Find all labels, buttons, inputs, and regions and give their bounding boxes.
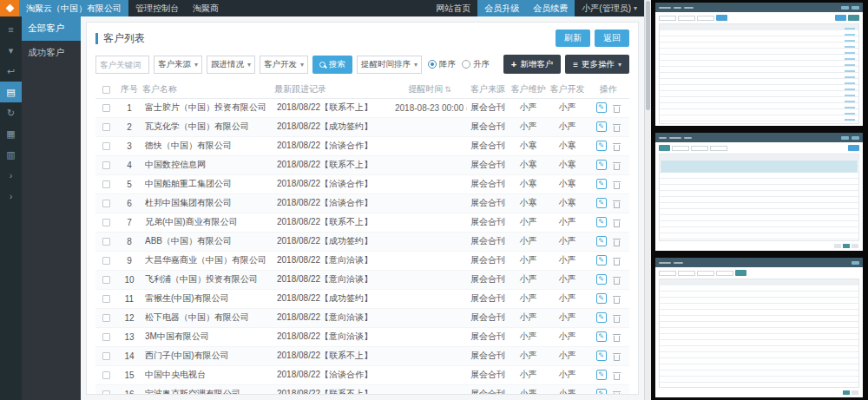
nav-home[interactable]: 网站首页: [429, 0, 477, 16]
edit-icon[interactable]: [596, 102, 607, 113]
row-checkbox[interactable]: [102, 123, 110, 131]
company-name[interactable]: 淘聚云（中国）有限公司: [19, 0, 128, 16]
row-checkbox[interactable]: [102, 200, 110, 207]
delete-icon[interactable]: [613, 256, 621, 266]
row-checkbox[interactable]: [102, 371, 110, 379]
row-checkbox[interactable]: [102, 142, 110, 150]
edit-icon[interactable]: [596, 255, 607, 266]
edit-icon[interactable]: [596, 351, 607, 361]
customer-name: 德快（中国）有限公司: [142, 136, 274, 155]
grid-icon[interactable]: ▦: [0, 123, 22, 144]
delete-icon[interactable]: [613, 275, 621, 285]
vertical-scrollbar[interactable]: [644, 0, 651, 400]
row-checkbox[interactable]: [102, 333, 110, 341]
edit-icon[interactable]: [596, 331, 607, 342]
edit-icon[interactable]: [596, 370, 607, 380]
row-checkbox[interactable]: [102, 257, 110, 265]
delete-icon[interactable]: [613, 122, 621, 132]
followup-select[interactable]: 跟进情况: [207, 56, 255, 74]
chart-icon[interactable]: ▥: [0, 144, 22, 165]
thumb-chip: [852, 6, 859, 10]
refresh-button[interactable]: 刷新: [556, 30, 590, 47]
edit-icon[interactable]: [596, 179, 607, 189]
row-checkbox[interactable]: [102, 104, 110, 112]
thumb-button: [835, 15, 846, 21]
back-button[interactable]: 返回: [595, 30, 629, 47]
chevron-right-icon[interactable]: ›: [0, 165, 22, 186]
preview-thumbnail-2[interactable]: [655, 133, 863, 251]
header-remind[interactable]: 提醒时间: [392, 81, 467, 98]
add-customer-button[interactable]: 新增客户: [503, 55, 561, 74]
edit-icon[interactable]: [596, 236, 607, 246]
thumb-chip: [841, 6, 849, 10]
row-checkbox[interactable]: [102, 276, 110, 284]
row-checkbox[interactable]: [102, 352, 110, 360]
logo[interactable]: [0, 0, 19, 16]
edit-icon[interactable]: [596, 217, 607, 227]
remind-time: [392, 270, 467, 289]
asc-radio[interactable]: [462, 60, 470, 69]
sidebar-item-all-customers[interactable]: 全部客户: [22, 16, 81, 41]
keyword-input[interactable]: [95, 56, 149, 74]
source-select[interactable]: 客户来源: [154, 56, 202, 74]
delete-icon[interactable]: [613, 161, 621, 170]
edit-icon[interactable]: [596, 312, 607, 323]
return-icon[interactable]: ↩: [0, 61, 22, 82]
edit-icon[interactable]: [596, 274, 607, 285]
row-no: 7: [116, 213, 142, 232]
delete-icon[interactable]: [613, 103, 621, 113]
row-ops: [587, 213, 629, 232]
edit-icon[interactable]: [596, 389, 607, 394]
remind-sort-select[interactable]: 提醒时间排序: [357, 56, 422, 74]
sidebar-item-success-customers[interactable]: 成功客户: [22, 41, 81, 65]
edit-icon[interactable]: [596, 198, 607, 208]
top-navbar: 淘聚云（中国）有限公司 管理控制台 淘聚商 网站首页 会员升级 会员续费 小严(…: [0, 0, 644, 16]
edit-icon[interactable]: [596, 293, 607, 304]
develop-select[interactable]: 客户开发: [260, 56, 308, 74]
delete-icon[interactable]: [613, 141, 621, 151]
delete-icon[interactable]: [613, 370, 621, 380]
caret-down-icon[interactable]: ▾: [0, 40, 22, 61]
delete-icon[interactable]: [613, 180, 621, 189]
row-checkbox[interactable]: [102, 390, 110, 394]
select-all-checkbox[interactable]: [102, 86, 110, 94]
row-no: 3: [116, 136, 142, 155]
row-checkbox[interactable]: [102, 314, 110, 322]
row-checkbox[interactable]: [102, 295, 110, 303]
delete-icon[interactable]: [613, 218, 621, 227]
preview-thumbnail-1[interactable]: [655, 3, 863, 126]
nav-console[interactable]: 管理控制台: [128, 0, 186, 16]
delete-icon[interactable]: [613, 237, 621, 246]
delete-icon[interactable]: [613, 351, 621, 361]
edit-icon[interactable]: [596, 121, 607, 132]
preview-thumbnail-3[interactable]: [655, 258, 863, 397]
edit-icon[interactable]: [596, 141, 607, 151]
customers-icon[interactable]: ▤: [0, 82, 22, 102]
delete-icon[interactable]: [613, 390, 621, 395]
delete-icon[interactable]: [613, 313, 621, 323]
delete-icon[interactable]: [613, 294, 621, 304]
row-checkbox[interactable]: [102, 161, 110, 169]
refresh-icon[interactable]: ↻: [0, 102, 22, 123]
customer-name: 松下电器（中国）有限公司: [142, 308, 274, 327]
edit-icon[interactable]: [596, 160, 607, 170]
row-checkbox[interactable]: [102, 238, 110, 246]
row-checkbox[interactable]: [102, 219, 110, 226]
user-menu[interactable]: 小严(管理员): [575, 0, 644, 16]
row-ops: [587, 251, 629, 270]
search-button[interactable]: 搜索: [312, 56, 352, 74]
more-actions-button[interactable]: 更多操作: [565, 55, 629, 74]
row-checkbox[interactable]: [102, 180, 110, 188]
delete-icon[interactable]: [613, 199, 621, 208]
nav-member-upgrade[interactable]: 会员升级: [477, 0, 526, 16]
table-row: 5 中国船舶重工集团公司 2018/08/22【洽谈合作】 展会合刊 小寒: [95, 174, 629, 193]
nav-shop[interactable]: 淘聚商: [186, 0, 226, 16]
delete-icon[interactable]: [613, 332, 621, 342]
chevron-right-icon-2[interactable]: ›: [0, 186, 22, 207]
app-body: ≡ ▾ ↩ ▤ ↻ ▦ ▥ › › 全部客户 成功客户 客户列表: [0, 16, 644, 400]
scrollbar-thumb[interactable]: [646, 1, 650, 110]
nav-member-renew[interactable]: 会员续费: [526, 0, 575, 16]
menu-icon[interactable]: ≡: [0, 19, 22, 40]
desc-radio[interactable]: [428, 60, 437, 69]
row-no: 11: [116, 289, 142, 308]
